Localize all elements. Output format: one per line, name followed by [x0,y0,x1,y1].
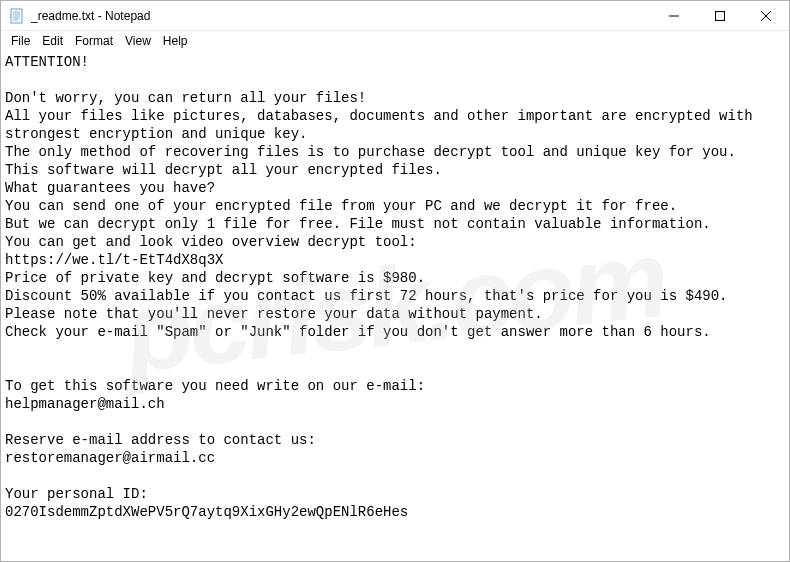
window-controls [651,1,789,30]
menu-file[interactable]: File [5,32,36,50]
document-text: ATTENTION! Don't worry, you can return a… [5,54,761,520]
menu-edit[interactable]: Edit [36,32,69,50]
menubar: File Edit Format View Help [1,31,789,51]
minimize-button[interactable] [651,1,697,30]
window-title: _readme.txt - Notepad [31,9,651,23]
notepad-icon [9,8,25,24]
close-button[interactable] [743,1,789,30]
menu-help[interactable]: Help [157,32,194,50]
menu-view[interactable]: View [119,32,157,50]
maximize-button[interactable] [697,1,743,30]
svg-rect-7 [716,11,725,20]
notepad-window: _readme.txt - Notepad File Edit Format V… [0,0,790,562]
titlebar[interactable]: _readme.txt - Notepad [1,1,789,31]
menu-format[interactable]: Format [69,32,119,50]
text-area[interactable]: pcrisk.comATTENTION! Don't worry, you ca… [1,51,789,561]
